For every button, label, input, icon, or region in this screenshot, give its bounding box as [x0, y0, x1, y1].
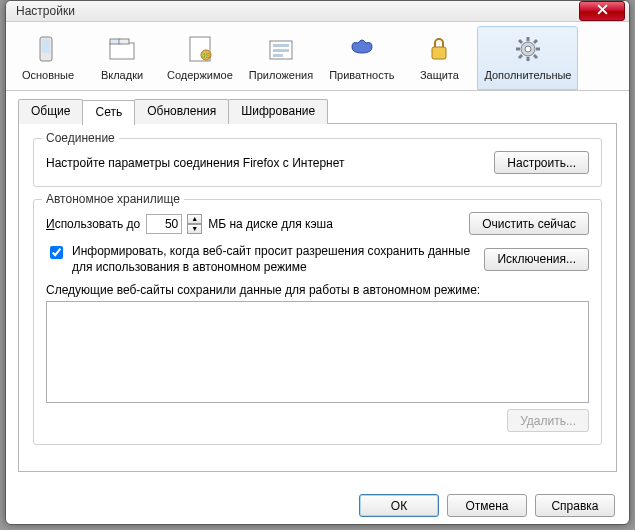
tab-updates[interactable]: Обновления — [134, 99, 229, 124]
dialog-footer: ОК Отмена Справка — [6, 484, 629, 530]
tab-general[interactable]: Общие — [18, 99, 83, 124]
svg-rect-9 — [273, 44, 289, 47]
settings-window: Настройки Основные Вкладки JS Содержимое — [5, 0, 630, 525]
content-pane: Соединение Настройте параметры соединени… — [18, 123, 617, 472]
configure-connection-button[interactable]: Настроить... — [494, 151, 589, 174]
exceptions-button[interactable]: Исключения... — [484, 248, 589, 271]
svg-rect-1 — [42, 39, 50, 53]
category-label: Содержимое — [167, 69, 233, 81]
spin-down-button[interactable]: ▼ — [187, 224, 202, 234]
category-content[interactable]: JS Содержимое — [160, 26, 240, 90]
clear-cache-button[interactable]: Очистить сейчас — [469, 212, 589, 235]
offline-sites-list[interactable] — [46, 301, 589, 403]
svg-line-21 — [534, 40, 537, 43]
general-icon — [32, 33, 64, 65]
connection-desc: Настройте параметры соединения Firefox с… — [46, 156, 345, 170]
close-button[interactable] — [579, 1, 625, 21]
window-title: Настройки — [16, 4, 579, 18]
category-label: Приложения — [249, 69, 313, 81]
lock-icon — [423, 33, 455, 65]
content-icon: JS — [184, 33, 216, 65]
gear-icon — [512, 33, 544, 65]
svg-text:JS: JS — [202, 52, 211, 59]
connection-group-title: Соединение — [42, 131, 119, 145]
svg-line-19 — [519, 40, 522, 43]
spin-up-button[interactable]: ▲ — [187, 214, 202, 224]
offline-sites-label: Следующие веб-сайты сохранили данные для… — [46, 283, 480, 297]
offline-group-title: Автономное хранилище — [42, 192, 184, 206]
category-label: Приватность — [329, 69, 394, 81]
svg-rect-4 — [119, 39, 129, 44]
cache-size-input[interactable] — [146, 214, 182, 234]
category-privacy[interactable]: Приватность — [322, 26, 401, 90]
titlebar: Настройки — [6, 1, 629, 22]
remove-site-button: Удалить... — [507, 409, 589, 432]
svg-rect-2 — [110, 43, 134, 59]
svg-rect-12 — [432, 47, 446, 59]
cache-suffix-label: МБ на диске для кэша — [208, 217, 333, 231]
tabs-icon — [106, 33, 138, 65]
cache-size-spinner: ▲ ▼ — [187, 214, 202, 234]
offline-storage-group: Автономное хранилище Использовать до ▲ ▼… — [33, 199, 602, 445]
svg-line-22 — [519, 55, 522, 58]
svg-line-20 — [534, 55, 537, 58]
cache-use-label: Использовать до — [46, 217, 140, 231]
help-button[interactable]: Справка — [535, 494, 615, 517]
cancel-button[interactable]: Отмена — [447, 494, 527, 517]
svg-point-14 — [525, 46, 531, 52]
applications-icon — [265, 33, 297, 65]
category-label: Дополнительные — [484, 69, 571, 81]
category-applications[interactable]: Приложения — [242, 26, 320, 90]
connection-group: Соединение Настройте параметры соединени… — [33, 138, 602, 187]
tab-network[interactable]: Сеть — [82, 100, 135, 125]
category-advanced[interactable]: Дополнительные — [477, 26, 578, 90]
category-label: Защита — [410, 69, 468, 81]
ok-button[interactable]: ОК — [359, 494, 439, 517]
close-icon — [597, 4, 608, 18]
inform-checkbox[interactable] — [50, 246, 63, 259]
category-toolbar: Основные Вкладки JS Содержимое Приложени… — [6, 22, 629, 91]
tab-encryption[interactable]: Шифрование — [228, 99, 328, 124]
category-tabs[interactable]: Вкладки — [86, 26, 158, 90]
subtabs: Общие Сеть Обновления Шифрование — [6, 91, 629, 124]
category-label: Основные — [19, 69, 77, 81]
privacy-icon — [346, 33, 378, 65]
category-general[interactable]: Основные — [12, 26, 84, 90]
category-label: Вкладки — [93, 69, 151, 81]
svg-rect-11 — [273, 54, 283, 57]
svg-rect-10 — [273, 49, 289, 52]
inform-label[interactable]: Информировать, когда веб-сайт просит раз… — [72, 243, 478, 275]
category-security[interactable]: Защита — [403, 26, 475, 90]
